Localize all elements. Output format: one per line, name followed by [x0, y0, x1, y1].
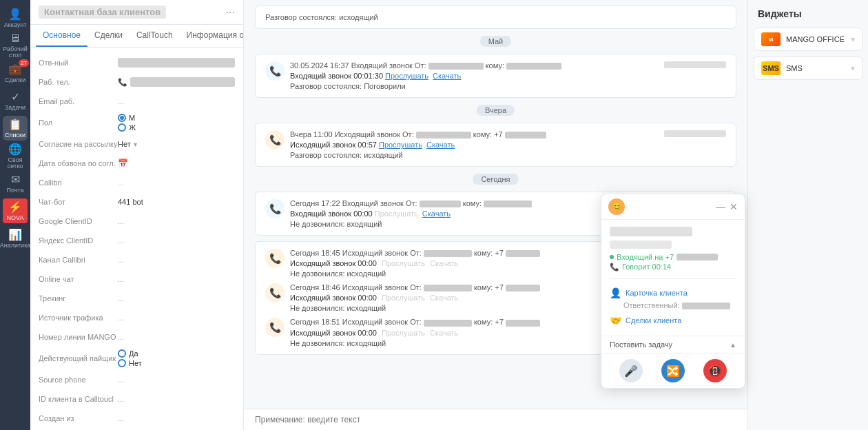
- tab-sdelki[interactable]: Сделки: [87, 25, 130, 47]
- call-meta-today-1: Сегодня 17:22 Входящий звонок От: кому:: [290, 199, 652, 207]
- download-btn-may[interactable]: Скачать: [433, 72, 461, 80]
- download-btn-yesterday[interactable]: Скачать: [426, 141, 455, 149]
- tab-calltouch[interactable]: CallTouch: [130, 25, 180, 47]
- right-blurred-may: [664, 61, 726, 68]
- callee-blurred-t1: [484, 201, 532, 207]
- field-callibri-channel: Канал Callibri ...: [30, 250, 243, 269]
- consent-select[interactable]: Нет ▾: [118, 140, 137, 148]
- widget-mango[interactable]: M MANGO OFFICE ▾: [754, 28, 862, 51]
- nav-account[interactable]: 👤 Аккаунт: [3, 6, 28, 30]
- field-active-member: Действующий пайщик Да Нет: [30, 347, 243, 370]
- popup-minimize-icon[interactable]: —: [716, 201, 725, 212]
- download-t2b: Скачать: [430, 294, 458, 302]
- field-google-value: ...: [118, 217, 124, 225]
- calendar-icon[interactable]: 📅: [118, 158, 128, 168]
- radio-yes-icon: [118, 349, 126, 358]
- call-popup-body: Входящий на +7 📞 Говорит 00:14 👤 Карточк…: [601, 220, 745, 336]
- call-popup: 😊 — ✕ Входящий на +7 📞 Говорит 00:14 👤 К…: [601, 194, 745, 389]
- call-info-t2c: Сегодня 18:51 Исходящий звонок От: кому:…: [290, 318, 652, 347]
- nav-tasks[interactable]: ✓ Задачи: [3, 88, 28, 113]
- field-callback-date: Дата обзвона по согл. 📅: [30, 154, 243, 173]
- popup-status-talking: 📞 Говорит 00:14: [610, 263, 736, 272]
- widget-sms[interactable]: SMS SMS ▾: [754, 57, 862, 80]
- call-info-yesterday: Вчера 11:00 Исходящий звонок От: кому: +…: [290, 130, 652, 159]
- workspace-icon: 🖥: [10, 32, 21, 45]
- field-chatbot-value: 441 bot: [118, 198, 235, 206]
- field-google-clientid: Google ClientID ...: [30, 212, 243, 231]
- nav-deals[interactable]: 💼 Сделки 27: [3, 61, 28, 85]
- call-meta-may: 30.05.2024 16:37 Входящий звонок От: ком…: [290, 61, 652, 70]
- call-status-may: Разговор состоялся: Поговорили: [290, 82, 652, 90]
- mute-button[interactable]: 🎤: [619, 359, 643, 382]
- call-outgoing-icon-t2c: 📞: [265, 318, 285, 337]
- lists-icon: 📋: [8, 118, 22, 131]
- member-no[interactable]: Нет: [118, 359, 142, 367]
- more-options-icon[interactable]: ···: [226, 6, 235, 19]
- caller-blurred-t1: [420, 201, 461, 207]
- task-label: Поставить задачу: [610, 340, 672, 349]
- download-btn-t1[interactable]: Скачать: [422, 209, 451, 218]
- caller-blurred-y: [416, 132, 471, 139]
- field-consent: Согласие на рассылку Нет ▾: [30, 134, 243, 154]
- member-yes[interactable]: Да: [118, 349, 142, 358]
- download-t2c: Скачать: [430, 329, 458, 337]
- download-t2a: Скачать: [430, 259, 458, 267]
- nav-network[interactable]: 🌐 Своя сетко: [3, 143, 28, 168]
- nav-mail[interactable]: ✉ Почта: [3, 171, 28, 196]
- callee-blurred: [506, 63, 561, 70]
- call-meta-t2c: Сегодня 18:51 Исходящий звонок От: кому:…: [290, 318, 652, 326]
- field-callibri-channel-value: ...: [118, 256, 124, 264]
- caller-blurred-t2c: [424, 320, 472, 327]
- responsible-blurred: [682, 303, 730, 309]
- call-incoming-icon: 📞: [265, 61, 285, 81]
- nav-nova[interactable]: ⚡ NOVA: [3, 198, 28, 223]
- field-email-value[interactable]: ...: [118, 97, 124, 105]
- field-calltouch-id-value: ...: [118, 395, 124, 403]
- call-outgoing-icon-t2b: 📞: [265, 283, 285, 303]
- popup-card-link[interactable]: 👤 Карточка клиента: [610, 285, 736, 301]
- nav-workspace[interactable]: 🖥 Рабочий стол: [3, 33, 28, 58]
- field-callibri-value: ...: [118, 178, 124, 187]
- gender-male[interactable]: М: [118, 114, 136, 122]
- field-yandex-clientid: Яндекс ClientID ...: [30, 231, 243, 250]
- widget-sms-chevron-icon: ▾: [851, 63, 855, 73]
- listen-btn-yesterday[interactable]: Прослушать: [379, 141, 422, 149]
- call-duration-may: Входящий звонок 00:01:30 Прослушать Скач…: [290, 72, 652, 80]
- analytics-icon: 📊: [8, 228, 22, 241]
- note-input[interactable]: [255, 415, 736, 424]
- transfer-button[interactable]: 🔀: [661, 359, 685, 382]
- nav-lists[interactable]: 📋 Списки: [3, 116, 28, 141]
- field-yandex-value: ...: [118, 236, 124, 245]
- date-separator-may: Май: [255, 36, 736, 47]
- popup-deals-link[interactable]: 🤝 Сделки клиента: [610, 312, 736, 329]
- call-status-t2a: Не дозвонился: исходящий: [290, 269, 652, 278]
- call-duration-t2c: Исходящий звонок 00:00 Прослушать Скачат…: [290, 329, 652, 337]
- radio-no-icon: [118, 359, 126, 367]
- listen-btn-may[interactable]: Прослушать: [385, 72, 428, 80]
- tab-osnovnoe[interactable]: Основное: [36, 25, 87, 47]
- popup-controls: — ✕: [716, 201, 738, 212]
- call-popup-header: 😊 — ✕: [601, 194, 745, 220]
- chevron-down-icon: ▾: [134, 141, 137, 148]
- call-meta-t2a: Сегодня 18:45 Исходящий звонок От: кому:…: [290, 249, 652, 257]
- member-radio-group: Да Нет: [118, 349, 142, 367]
- listen-disabled-t1: Прослушать: [375, 209, 418, 218]
- date-separator-today: Сегодня: [255, 174, 736, 185]
- sms-logo: SMS: [761, 61, 781, 75]
- call-meta-t2b: Сегодня 18:46 Исходящий звонок От: кому:…: [290, 283, 652, 291]
- field-otv-value[interactable]: [118, 58, 235, 68]
- field-phone-value[interactable]: [130, 77, 235, 87]
- nav-analytics[interactable]: 📊 Аналитика: [3, 226, 28, 251]
- tab-info[interactable]: Информация о: [180, 25, 244, 47]
- callee-blurred-y: [505, 132, 546, 139]
- gender-female[interactable]: Ж: [118, 123, 136, 132]
- popup-task-section[interactable]: Поставить задачу ▲: [601, 336, 745, 353]
- hangup-button[interactable]: 📵: [703, 359, 727, 382]
- call-info-today-1: Сегодня 17:22 Входящий звонок От: кому: …: [290, 199, 652, 228]
- call-info-t2a: Сегодня 18:45 Исходящий звонок От: кому:…: [290, 249, 652, 278]
- field-phone: Раб. тел. 📞: [30, 72, 243, 92]
- field-created-from-value: ...: [118, 414, 124, 422]
- popup-responsible: Ответственный:: [623, 301, 736, 309]
- call-outgoing-icon-t2a: 📞: [265, 249, 285, 268]
- popup-close-icon[interactable]: ✕: [730, 201, 738, 212]
